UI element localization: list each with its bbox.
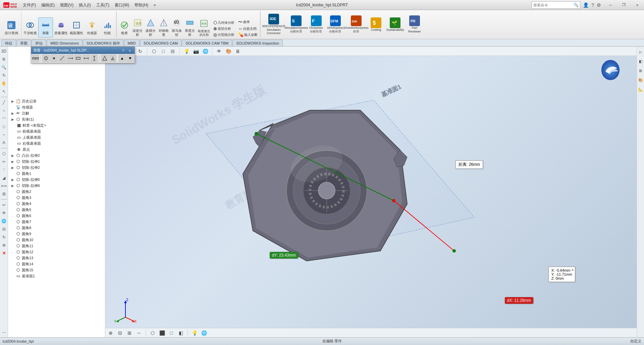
tab-solidworks-cam-tbm[interactable]: SOLIDWORKS CAM TBM (182, 40, 232, 46)
dialog-expand-button[interactable]: ▼ (126, 55, 134, 62)
view-hide-show[interactable]: 👁 (215, 47, 223, 55)
deviation-button[interactable]: 误差 误差分析 (131, 17, 144, 38)
sidebar-fillet-icon[interactable]: ◝ (1, 166, 7, 173)
bottom-btn-1[interactable]: ⊕ (107, 329, 115, 337)
tree-item-origin[interactable]: ⊕ 原点 (9, 146, 104, 152)
bottom-btn-10[interactable]: 🌐 (200, 329, 208, 337)
sidebar-red-x[interactable]: ✕ (1, 250, 7, 257)
bottom-btn-4[interactable]: ↔ (135, 329, 143, 337)
sidebar-extrude-icon[interactable]: ⬡ (1, 150, 7, 157)
tree-item-fillet15[interactable]: ⬡圆角15 (9, 267, 104, 273)
rp-icon-4[interactable]: 🎨 (637, 76, 644, 84)
input-diag-button[interactable]: 💊 输入诊断 (237, 32, 259, 38)
question-icon[interactable]: ? (591, 2, 594, 8)
sidebar-section-icon[interactable]: ⊟ (1, 226, 7, 232)
sustainability-button[interactable]: 🌱 Sustainability (385, 17, 405, 32)
tab-solidworks-plugins[interactable]: SOLIDWORKS 插件 (83, 40, 124, 46)
view-wireframe[interactable]: □ (159, 47, 167, 55)
simulation-xpress-button[interactable]: S SimulationXpress分析向导 (286, 15, 306, 34)
3dexperience-button[interactable]: 3DE 3DEXPERIENCESimulation Connector (262, 13, 285, 36)
tree-item-boss-extrude2[interactable]: ▶ ⬡ 凸台-拉伸2 (9, 152, 104, 158)
sidebar-rotate-icon[interactable]: ↻ (1, 72, 7, 79)
rp-icon-2[interactable]: ◧ (637, 57, 644, 65)
tree-item-plane1[interactable]: ▭基准面1 (9, 273, 104, 279)
sidebar-more-icon[interactable]: ⋯ (1, 329, 7, 336)
tree-item-history[interactable]: ▶ 📋 历史记录 (9, 98, 104, 104)
bottom-btn-7[interactable]: □ (167, 329, 175, 337)
tree-item-fillet9[interactable]: ⬡圆角9 (9, 231, 104, 237)
menu-window[interactable]: 窗口(W) (112, 0, 132, 10)
bottom-btn-6[interactable]: ⬛ (158, 329, 166, 337)
dialog-tb-line[interactable] (58, 55, 66, 62)
sidebar-circle-icon[interactable]: ○ (1, 107, 7, 114)
search-input[interactable] (533, 3, 574, 7)
sidebar-smart-icon[interactable]: ⚙ (1, 56, 7, 63)
rp-icon-3[interactable]: ⊞ (637, 67, 644, 75)
menu-file[interactable]: 文件(F) (20, 0, 39, 10)
sidebar-extras1[interactable]: ↻ (1, 234, 7, 240)
menu-insert[interactable]: 插入(I) (76, 0, 93, 10)
dialog-tb-point[interactable] (50, 55, 58, 62)
tree-item-material[interactable]: ▦ 材质 <未指定> (9, 122, 104, 128)
section-props-button[interactable]: 截面属性 (69, 17, 84, 38)
view-camera[interactable]: 📷 (192, 47, 200, 55)
view-shading[interactable]: ⬡ (150, 47, 158, 55)
restore-button[interactable]: ❐ (617, 0, 631, 10)
view-lights[interactable]: 💡 (182, 47, 191, 55)
dialog-title-bar[interactable]: 测量 - lcd2004_knobe_hpl.SLDP... ? × (31, 47, 135, 54)
dialog-question-button[interactable]: ? (120, 49, 126, 53)
menu-edit[interactable]: 编辑(E) (39, 0, 57, 10)
sidebar-arc-icon[interactable]: ◠ (1, 115, 7, 122)
flow-xpress-button[interactable]: F FloXpress分析向导 (307, 15, 325, 34)
sidebar-undo-icon[interactable]: ↩ (1, 202, 7, 208)
close-button[interactable]: × (631, 0, 644, 10)
viewport[interactable]: ⊞ 🔍 ✋ ↻ ⬡ □ ⊟ 💡 📷 🌐 👁 🎨 🖥 SolidWorks 学生版… (105, 47, 644, 337)
tree-item-fillet14[interactable]: ⬡圆角14 (9, 261, 104, 267)
symmetry-button[interactable]: 对称检查 (157, 17, 170, 38)
geometry-analysis-button[interactable]: ⬡ 几何体分析 (212, 20, 235, 25)
panel-resize-handle[interactable] (104, 47, 105, 337)
tree-item-fillet11[interactable]: ⬡圆角11 (9, 243, 104, 249)
dfm-xpress-button[interactable]: DFM DFMXpress分析向导 (326, 15, 344, 34)
measure-button[interactable]: 测量 (38, 17, 53, 38)
driveworks-button[interactable]: DW DriveWorksXpress向导 (345, 15, 367, 34)
dialog-tb-more1[interactable] (101, 55, 108, 62)
tree-item-fillet7[interactable]: ⬡圆角7 (9, 219, 104, 225)
sidebar-pan-icon[interactable]: ✋ (1, 80, 7, 87)
tree-item-right-plane[interactable]: ▭ 右视基准面 (9, 140, 104, 146)
undercut-button[interactable]: ⊕ 底切分析 (212, 26, 235, 31)
sidebar-chamfer-icon[interactable]: ◢ (1, 175, 7, 181)
parting-button[interactable]: ◎ 分型线分析 (212, 32, 235, 38)
tree-item-fillet3[interactable]: ⬡圆角3 (9, 195, 104, 201)
sidebar-scene-icon[interactable]: 🌐 (1, 218, 7, 224)
sidebar-mirror-icon[interactable]: ⟺ (1, 183, 7, 189)
sensors-button[interactable]: 传感器 (85, 17, 99, 38)
costing-button[interactable]: $ Costing (368, 17, 384, 32)
sidebar-extras2[interactable]: ⊕ (1, 242, 7, 249)
sidebar-3d-icon[interactable]: 3D (1, 48, 7, 55)
view-rotate[interactable]: ↻ (136, 47, 144, 55)
tree-item-fillet8[interactable]: ⬡圆角8 (9, 225, 104, 231)
dialog-tb-mm[interactable]: mm (32, 55, 39, 62)
view-appearance[interactable]: 🎨 (224, 47, 232, 55)
check-active-button[interactable]: 检查 检查激活的文档 (197, 17, 211, 38)
tree-item-cut-extrude2[interactable]: ▶ ⬡ 切除-拉伸2 (9, 164, 104, 170)
tree-item-solid-bodies[interactable]: ▶ ⬡ 实体(1) (9, 116, 104, 122)
sidebar-text-icon[interactable]: A (1, 139, 7, 146)
dialog-collapse-button[interactable]: ▲ (118, 55, 126, 62)
tree-item-front-plane[interactable]: ▭ 前视基准面 (9, 128, 104, 134)
settings-icon[interactable]: ⚙ (597, 2, 601, 8)
sidebar-rect-icon[interactable]: □ (1, 123, 7, 130)
tree-item-top-plane[interactable]: ▭ 上视基准面 (9, 134, 104, 140)
thickness-button[interactable]: 厚度分析 (183, 17, 196, 38)
tree-item-fillet6[interactable]: ⬡圆角6 (9, 213, 104, 219)
rp-icon-1[interactable]: ▷ (637, 48, 644, 56)
tree-item-fillet10[interactable]: ⬡圆角10 (9, 237, 104, 243)
tree-item-fillet1[interactable]: ⬡ 圆角1 (9, 170, 104, 177)
part-reviewer-button[interactable]: PR PartReviewer (406, 15, 423, 34)
sidebar-cut-icon[interactable]: ✂ (1, 158, 7, 165)
tree-item-sensors[interactable]: 📡 传感器 (9, 104, 104, 110)
bottom-btn-9[interactable]: 💡 (191, 329, 199, 337)
tree-item-fillet13[interactable]: ⬡圆角13 (9, 255, 104, 261)
sidebar-select-icon[interactable]: ↖ (1, 88, 7, 95)
